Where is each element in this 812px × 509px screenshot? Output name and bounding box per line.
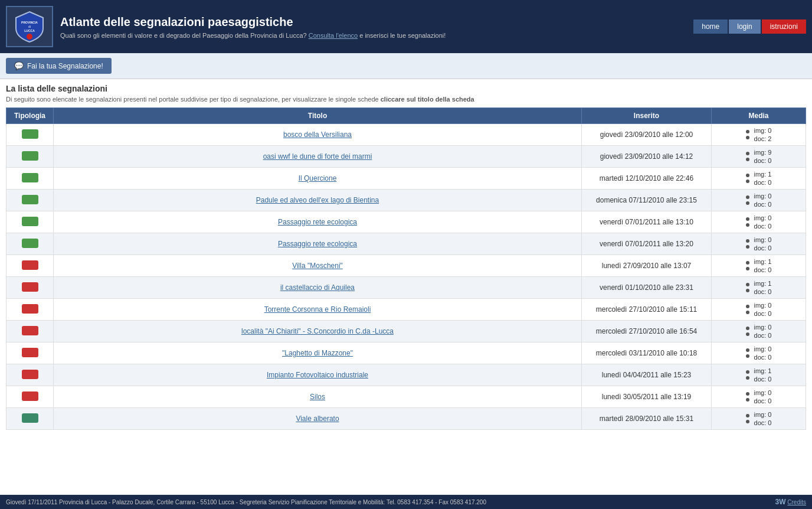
cell-titolo: Silos bbox=[54, 386, 582, 408]
titolo-link[interactable]: Impianto Fotovoltaico industriale bbox=[267, 371, 368, 379]
media-dot bbox=[746, 174, 749, 177]
cell-media: img: 0doc: 0 bbox=[712, 408, 806, 430]
cell-tipologia bbox=[6, 342, 54, 364]
header-text: Atlante delle segnalazioni paesaggistich… bbox=[60, 14, 693, 39]
tipo-icon-green bbox=[22, 129, 38, 139]
titolo-link[interactable]: "Laghetto di Mazzone" bbox=[282, 349, 353, 357]
table-row: "Laghetto di Mazzone"mercoledì 03/11/201… bbox=[6, 342, 806, 364]
titolo-link[interactable]: Padule ed alveo dell'ex lago di Bientina bbox=[256, 196, 379, 204]
media-dot bbox=[746, 398, 749, 402]
table-row: Villa "Moscheni"lunedì 27/09/2010 alle 1… bbox=[6, 255, 806, 277]
media-dot bbox=[746, 289, 749, 292]
media-dot bbox=[746, 180, 749, 183]
media-dot bbox=[746, 370, 749, 374]
cell-media: img: 9doc: 0 bbox=[712, 146, 806, 168]
titolo-link[interactable]: bosco della Versiliana bbox=[283, 130, 352, 139]
media-img-count: img: 0 bbox=[754, 411, 772, 418]
media-img-count: img: 1 bbox=[754, 367, 772, 374]
table-row: Siloslunedì 30/05/2011 alle 13:19img: 0d… bbox=[6, 386, 806, 408]
media-dot bbox=[746, 261, 749, 265]
titolo-link[interactable]: località "Ai Chiariti" - S.Concordio in … bbox=[241, 327, 394, 335]
media-dot bbox=[746, 376, 749, 380]
cell-tipologia bbox=[6, 168, 54, 190]
cell-titolo: località "Ai Chiariti" - S.Concordio in … bbox=[54, 321, 582, 342]
media-img-count: img: 0 bbox=[754, 324, 772, 331]
media-dots bbox=[746, 370, 749, 380]
svg-text:PROVINCIA: PROVINCIA bbox=[21, 21, 38, 24]
titolo-link[interactable]: Viale alberato bbox=[296, 415, 339, 423]
cell-titolo: Torrente Corsonna e Rio Remaioli bbox=[54, 299, 582, 321]
media-doc-count: doc: 0 bbox=[754, 179, 772, 186]
cell-titolo: Padule ed alveo dell'ex lago di Bientina bbox=[54, 190, 582, 211]
tipo-icon-green bbox=[22, 151, 38, 161]
table-row: oasi wwf le dune di forte dei marmigiove… bbox=[6, 146, 806, 168]
table-header-row: Tipologia Titolo Inserito Media bbox=[6, 108, 806, 124]
media-dots bbox=[746, 305, 749, 314]
cell-titolo: oasi wwf le dune di forte dei marmi bbox=[54, 146, 582, 168]
tipo-icon-red bbox=[22, 370, 38, 379]
cell-media: img: 0doc: 0 bbox=[712, 190, 806, 211]
subtitle-suffix: e inserisci le tue segnalazioni! bbox=[359, 32, 446, 39]
home-button[interactable]: home bbox=[693, 19, 728, 34]
table-body: bosco della Versilianagiovedì 23/09/2010… bbox=[6, 124, 806, 430]
media-dot bbox=[746, 195, 749, 199]
tipo-icon-green bbox=[22, 239, 38, 248]
media-doc-count: doc: 2 bbox=[754, 135, 772, 142]
col-header-tipologia: Tipologia bbox=[6, 108, 54, 124]
media-dot bbox=[746, 420, 749, 423]
svg-text:di: di bbox=[28, 25, 31, 28]
media-dots bbox=[746, 174, 749, 183]
media-dots bbox=[746, 239, 749, 249]
media-doc-count: doc: 0 bbox=[754, 244, 772, 252]
login-button[interactable]: login bbox=[729, 19, 760, 34]
media-cell-content: img: 1doc: 0 bbox=[716, 258, 801, 273]
media-dots bbox=[746, 327, 749, 336]
media-values: img: 1doc: 0 bbox=[754, 258, 772, 273]
istruzioni-button[interactable]: istruzioni bbox=[762, 19, 806, 34]
media-dot bbox=[746, 311, 749, 314]
media-values: img: 1doc: 0 bbox=[754, 367, 772, 383]
media-doc-count: doc: 0 bbox=[754, 266, 772, 273]
titolo-link[interactable]: oasi wwf le dune di forte dei marmi bbox=[263, 152, 372, 161]
media-doc-count: doc: 0 bbox=[754, 288, 772, 295]
media-dot bbox=[746, 332, 749, 336]
media-doc-count: doc: 0 bbox=[754, 332, 772, 339]
svg-text:LUCCA: LUCCA bbox=[24, 29, 35, 32]
cell-tipologia bbox=[6, 299, 54, 321]
col-header-media: Media bbox=[712, 108, 806, 124]
cell-titolo: il castellaccio di Aquilea bbox=[54, 277, 582, 299]
media-img-count: img: 1 bbox=[754, 258, 772, 265]
table-row: Torrente Corsonna e Rio Remaiolimercoled… bbox=[6, 299, 806, 321]
cell-media: img: 0doc: 0 bbox=[712, 342, 806, 364]
tipo-icon-red bbox=[22, 282, 38, 292]
media-dots bbox=[746, 392, 749, 402]
media-values: img: 1doc: 0 bbox=[754, 171, 772, 186]
media-dots bbox=[746, 348, 749, 358]
media-dots bbox=[746, 217, 749, 227]
cell-inserito: mercoledì 27/10/2010 alle 16:54 bbox=[582, 321, 712, 342]
titolo-link[interactable]: Silos bbox=[310, 393, 325, 401]
titolo-link[interactable]: Passaggio rete ecologica bbox=[278, 240, 357, 248]
tipo-icon-red bbox=[22, 260, 38, 270]
media-dots bbox=[746, 414, 749, 423]
consulta-link[interactable]: Consulta l'elenco bbox=[309, 32, 358, 39]
titolo-link[interactable]: Torrente Corsonna e Rio Remaioli bbox=[264, 305, 371, 314]
tipo-icon-green bbox=[22, 217, 38, 226]
titolo-link[interactable]: il castellaccio di Aquilea bbox=[280, 283, 355, 292]
fai-segnalazione-button[interactable]: Fai la tua Segnalazione! bbox=[6, 58, 112, 74]
media-dot bbox=[746, 392, 749, 396]
titolo-link[interactable]: Il Quercione bbox=[299, 174, 337, 182]
media-dot bbox=[746, 348, 749, 352]
titolo-link[interactable]: Villa "Moscheni" bbox=[292, 262, 343, 270]
table-row: Viale alberatomartedì 28/09/2010 alle 15… bbox=[6, 408, 806, 430]
media-values: img: 0doc: 2 bbox=[754, 127, 772, 142]
media-values: img: 9doc: 0 bbox=[754, 149, 772, 164]
cell-inserito: venerdì 01/10/2010 alle 23:31 bbox=[582, 277, 712, 299]
media-img-count: img: 0 bbox=[754, 345, 772, 353]
titolo-link[interactable]: Passaggio rete ecologica bbox=[278, 218, 357, 226]
tipo-icon-red bbox=[22, 326, 38, 335]
media-cell-content: img: 0doc: 0 bbox=[716, 302, 801, 317]
segnalazioni-table: Tipologia Titolo Inserito Media bosco de… bbox=[6, 107, 806, 430]
media-values: img: 0doc: 0 bbox=[754, 324, 772, 339]
page-title: La lista delle segnalazioni bbox=[6, 84, 806, 93]
